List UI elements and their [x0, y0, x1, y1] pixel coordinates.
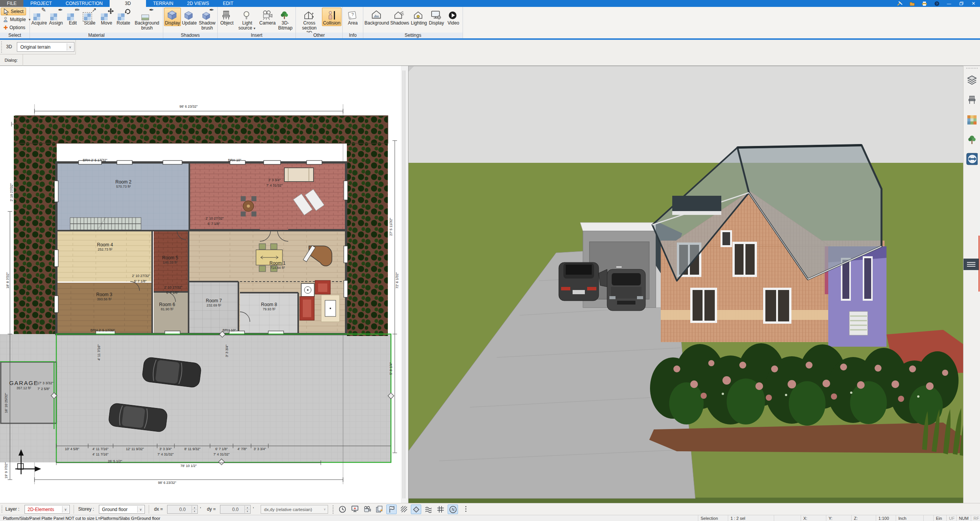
room-4[interactable] [57, 231, 152, 282]
sidebar-grip[interactable] [966, 67, 978, 69]
chair-icon [221, 9, 233, 20]
display-shadows-button[interactable]: Display [164, 8, 181, 26]
layers-book-icon[interactable] [374, 505, 384, 514]
camera-button[interactable]: Camera [259, 8, 276, 26]
north-compass-icon[interactable]: N [448, 505, 458, 514]
tab-construction[interactable]: CONSTRUCTION [59, 0, 110, 7]
background-image-icon [371, 9, 382, 20]
minimize-button[interactable]: — [944, 0, 954, 7]
scale-button[interactable]: ↗Scale [81, 8, 98, 26]
layer-select[interactable]: 2D-Elements ∨ [25, 505, 70, 514]
terrain-select[interactable]: Original terrain ∨ [17, 42, 74, 52]
camera-icon [262, 9, 273, 20]
area-button[interactable]: ?Area [345, 8, 361, 26]
select-button[interactable]: Select [1, 8, 26, 15]
status-ein: Ein [933, 515, 946, 521]
floor-lamp[interactable] [301, 283, 314, 297]
rotate-button[interactable]: Rotate [115, 8, 132, 26]
chevron-down-icon[interactable]: ∨ [137, 506, 144, 513]
layer-select-value: 2D-Elements [28, 507, 54, 512]
garage-plan[interactable] [1, 362, 56, 423]
cross-section-3d-button[interactable]: Cross section 3D [297, 8, 322, 36]
flag-icon[interactable] [386, 505, 397, 514]
toolbar-grip[interactable] [1, 505, 3, 513]
help-icon[interactable]: ? [932, 0, 942, 7]
play-icon [448, 9, 459, 20]
diamond-icon[interactable] [411, 505, 421, 514]
monitor-gear-icon [431, 9, 442, 20]
acquire-button[interactable]: ✎Acquire [31, 8, 48, 26]
storey-select[interactable]: Ground floor ∨ [99, 505, 145, 514]
assign-button[interactable]: ✒Assign [48, 8, 64, 26]
folder-icon[interactable] [907, 0, 917, 7]
tab-file[interactable]: FILE [0, 0, 23, 7]
dy-input[interactable]: 0.0 ▲▼ [220, 505, 251, 514]
tab-project[interactable]: PROJECT [23, 0, 59, 7]
background-button[interactable]: Background [364, 8, 389, 26]
splitter-handle[interactable] [964, 259, 979, 270]
panel-splitter[interactable] [401, 66, 408, 503]
multiple-button[interactable]: Multiple▼ [1, 16, 34, 23]
display-settings-button[interactable]: Display [428, 8, 445, 26]
video-camera-icon[interactable] [362, 505, 372, 514]
room-5[interactable] [154, 231, 188, 292]
dialog-tab[interactable]: Dialog: [0, 54, 23, 66]
close-button[interactable]: ✕ [969, 0, 978, 7]
monitor-star-icon[interactable]: ★ [350, 505, 360, 514]
ribbon-group-settings: Background Shadows Lighting Display Vide… [363, 7, 463, 38]
hatch-icon[interactable] [399, 505, 409, 514]
ribbon-group-select: Select Multiple▼ ✚ Options Select [0, 7, 30, 38]
tab-3d[interactable]: 3D [110, 0, 146, 7]
tab-2d-views[interactable]: 2D VIEWS [180, 0, 216, 7]
ribbon-group-info: ?Area Info [343, 7, 363, 38]
shadows-settings-button[interactable]: Shadows [389, 8, 410, 26]
layers-icon[interactable] [966, 74, 978, 86]
printer-icon[interactable] [919, 0, 929, 7]
room-7[interactable] [189, 282, 238, 333]
overflow-menu-icon[interactable] [465, 506, 466, 512]
lighting-button[interactable]: Lighting [410, 8, 428, 26]
plants-icon[interactable] [966, 134, 978, 146]
furniture-catalog-icon[interactable] [966, 94, 978, 106]
move-button[interactable]: Move [98, 8, 115, 26]
clock-icon[interactable] [337, 505, 348, 514]
grid-icon[interactable] [435, 505, 446, 514]
restore-button[interactable] [956, 0, 966, 7]
toolbar-grip[interactable] [1, 41, 2, 53]
tools-icon[interactable] [895, 0, 905, 7]
teamviewer-icon[interactable] [966, 153, 978, 165]
edit-button[interactable]: ✏Edit [64, 8, 81, 26]
shadow-brush-button[interactable]: ✒Shadow brush [198, 8, 217, 31]
tab-terrain[interactable]: TERRAIN [146, 0, 180, 7]
update-shadows-button[interactable]: Update [181, 8, 198, 26]
tree-icon [279, 9, 291, 20]
materials-palette-icon[interactable] [966, 114, 978, 126]
3d-bitmap-button[interactable]: 3D-Bitmap [276, 8, 295, 31]
background-brush-button[interactable]: ✒Background brush [132, 8, 162, 31]
layers-waves-icon[interactable] [423, 505, 433, 514]
room-8[interactable] [240, 293, 298, 333]
wardrobe[interactable] [284, 168, 314, 182]
status-selection-label: Selection [698, 515, 728, 521]
chevron-down-icon[interactable]: ∨ [62, 506, 69, 513]
spinner[interactable]: ▲▼ [192, 506, 197, 513]
spinner[interactable]: ▲▼ [245, 506, 250, 513]
options-button[interactable]: ✚ Options [1, 24, 28, 31]
driveway-plan[interactable] [0, 334, 391, 462]
light-source-button[interactable]: Light source▼ [235, 8, 259, 31]
room-6[interactable] [154, 293, 188, 333]
terrace[interactable] [190, 164, 345, 230]
dx-input[interactable]: 0.0 ▲▼ [167, 505, 198, 514]
object-button[interactable]: Object [218, 8, 235, 26]
bottom-toolbar: Layer : 2D-Elements ∨ Storey : Ground fl… [0, 503, 980, 515]
room-3[interactable] [57, 283, 152, 333]
coordinate-mode-select[interactable]: dx,dy (relative cartesian) ∨ [261, 505, 328, 514]
tab-edit[interactable]: EDIT [216, 0, 240, 7]
chevron-down-icon[interactable]: ∨ [67, 43, 73, 51]
house-shadow-icon [394, 9, 405, 20]
collision-button[interactable]: Collision [322, 8, 341, 26]
group-label-select: Select [0, 33, 30, 38]
video-button[interactable]: Video [445, 8, 462, 26]
view-3d-panel[interactable] [408, 66, 963, 503]
plan-2d-panel[interactable]: Room 2570.73 ft²Room 4252.73 ft²Room 514… [0, 66, 401, 503]
